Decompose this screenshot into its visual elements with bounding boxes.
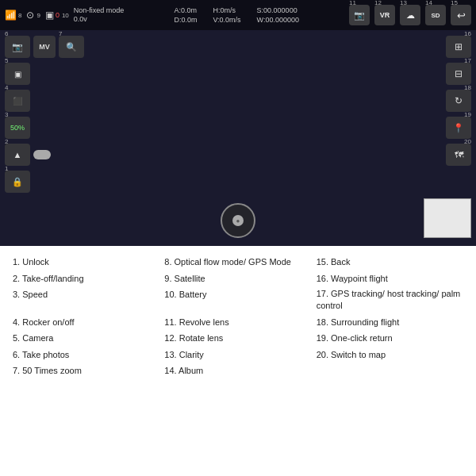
icon-9-satellite: ⊙ 9 <box>26 10 40 21</box>
stat-col-1: A:0.0m D:0.0m <box>174 6 197 24</box>
lock-icon: 🔒 <box>12 177 23 187</box>
legend-20: 20. Switch to map <box>317 348 463 362</box>
btn-7-zoom[interactable]: 7 🔍 <box>59 36 84 58</box>
icon-15-back[interactable]: 15 ↩ <box>451 5 471 25</box>
left-panel: 6 📷 MV 7 🔍 5 ▣ 4 ⬛ 3 50% <box>5 36 84 193</box>
stat-w: W:00.000000 <box>257 16 299 24</box>
legend-13: 13. Clarity <box>164 348 311 362</box>
legend-14: 14. Album <box>164 364 311 378</box>
surrounding-icon: ↻ <box>455 95 463 106</box>
icon-8-wifi: 📶 8 <box>5 10 21 21</box>
top-right-icons: 11 📷 12 VR 13 ☁ 14 SD 15 ↩ <box>349 5 471 25</box>
stat-v: V:0.0m/s <box>213 16 240 24</box>
return-icon: 📍 <box>453 123 464 133</box>
sd-icon: SD <box>431 12 440 19</box>
legend-8: 8. Optical flow mode/ GPS Mode <box>164 255 311 269</box>
btn-mv[interactable]: MV <box>33 36 56 58</box>
legend-9: 9. Satellite <box>164 272 311 286</box>
btn-2-takeoff[interactable]: 2 ▲ <box>5 144 30 166</box>
top-bar: 📶 8 ⊙ 9 ▣ 0 10 Non-fixed mode 0.0v A:0.0… <box>0 0 476 30</box>
legend-17: 17. GPS tracking/ host tracking/ palm co… <box>317 288 463 313</box>
icon-14-album[interactable]: 14 SD <box>425 5 446 25</box>
camera-view: 📶 8 ⊙ 9 ▣ 0 10 Non-fixed mode 0.0v A:0.0… <box>0 0 476 246</box>
takeoff-icon: ▲ <box>13 150 22 159</box>
right-panel: 16 ⊞ 17 ⊟ 18 ↻ 19 📍 20 🗺 <box>446 36 471 166</box>
btn-3-speed[interactable]: 3 50% <box>5 117 30 139</box>
btn-16-waypoint[interactable]: 16 ⊞ <box>446 36 471 58</box>
stat-col-2: H:0m/s V:0.0m/s <box>213 6 240 24</box>
legend-6: 6. Take photos <box>13 348 159 362</box>
legend-5: 5. Camera <box>13 332 159 345</box>
legend-area: 1. Unlock 8. Optical flow mode/ GPS Mode… <box>0 246 476 384</box>
photo-icon: 📷 <box>12 42 23 52</box>
btn-1-unlock[interactable]: 1 🔒 <box>5 171 30 193</box>
legend-4: 4. Rocker on/off <box>13 316 159 329</box>
btn-19-return[interactable]: 19 📍 <box>446 117 471 139</box>
map-thumbnail[interactable] <box>424 198 471 238</box>
compass-joystick[interactable]: ● <box>221 203 255 238</box>
icon-13-clarity[interactable]: 13 ☁ <box>400 5 420 25</box>
legend-19: 19. One-click return <box>317 332 463 345</box>
stat-d: D:0.0m <box>174 16 197 24</box>
icon-10-battery: ▣ 0 10 <box>45 10 69 21</box>
btn-20-map[interactable]: 20 🗺 <box>446 144 471 166</box>
wifi-icon: 📶 <box>5 10 17 21</box>
map-icon: 🗺 <box>455 150 463 159</box>
legend-7: 7. 50 Times zoom <box>13 364 159 378</box>
stat-s: S:00.000000 <box>257 6 299 14</box>
icon-12-rotate-lens[interactable]: 12 VR <box>374 5 395 25</box>
gps-track-icon: ⊟ <box>455 68 463 79</box>
legend-11: 11. Revolve lens <box>164 316 311 329</box>
icon-11-revolve-lens[interactable]: 11 📷 <box>349 5 370 25</box>
mv-icon: MV <box>39 43 50 51</box>
btn-5-camera[interactable]: 5 ▣ <box>5 63 30 85</box>
btn-6-take-photos[interactable]: 6 📷 <box>5 36 30 58</box>
speed-icon: 50% <box>10 124 25 132</box>
cloud-icon: ☁ <box>406 10 415 21</box>
top-icons: 📶 8 ⊙ 9 ▣ 0 10 Non-fixed mode 0.0v <box>5 6 124 24</box>
btn-18-surrounding[interactable]: 18 ↻ <box>446 90 471 112</box>
legend-3: 3. Speed <box>13 288 159 313</box>
legend-15: 15. Back <box>317 255 463 269</box>
legend-2: 2. Take-off/landing <box>13 272 159 286</box>
legend-12: 12. Rotate lens <box>164 332 311 345</box>
zoom-icon: 🔍 <box>66 42 77 52</box>
legend-16: 16. Waypoint flight <box>317 272 463 286</box>
legend-empty <box>317 364 463 378</box>
legend-grid: 1. Unlock 8. Optical flow mode/ GPS Mode… <box>13 255 463 378</box>
compass-dot: ● <box>236 217 240 225</box>
back-icon: ↩ <box>457 10 466 21</box>
rocker-icon: ⬛ <box>13 97 22 106</box>
satellite-icon: ⊙ <box>26 10 34 21</box>
battery-icon: ▣ <box>45 10 54 21</box>
legend-1: 1. Unlock <box>13 255 159 269</box>
stat-h: H:0m/s <box>213 6 240 14</box>
camera-icon: 📷 <box>354 10 365 21</box>
compass-inner: ● <box>232 215 244 226</box>
vr-icon: VR <box>380 11 390 19</box>
waypoint-icon: ⊞ <box>455 41 463 52</box>
legend-18: 18. Surrounding flight <box>317 316 463 329</box>
center-stats: A:0.0m D:0.0m H:0m/s V:0.0m/s S:00.00000… <box>127 6 346 24</box>
stat-col-3: S:00.000000 W:00.000000 <box>257 6 299 24</box>
camera2-icon: ▣ <box>14 70 21 79</box>
legend-10: 10. Battery <box>164 288 311 313</box>
btn-17-gps-tracking[interactable]: 17 ⊟ <box>446 63 471 85</box>
stat-a: A:0.0m <box>174 6 197 14</box>
mode-text: Non-fixed mode 0.0v <box>74 6 125 24</box>
pill-indicator <box>33 150 51 159</box>
btn-4-rocker[interactable]: 4 ⬛ <box>5 90 30 112</box>
